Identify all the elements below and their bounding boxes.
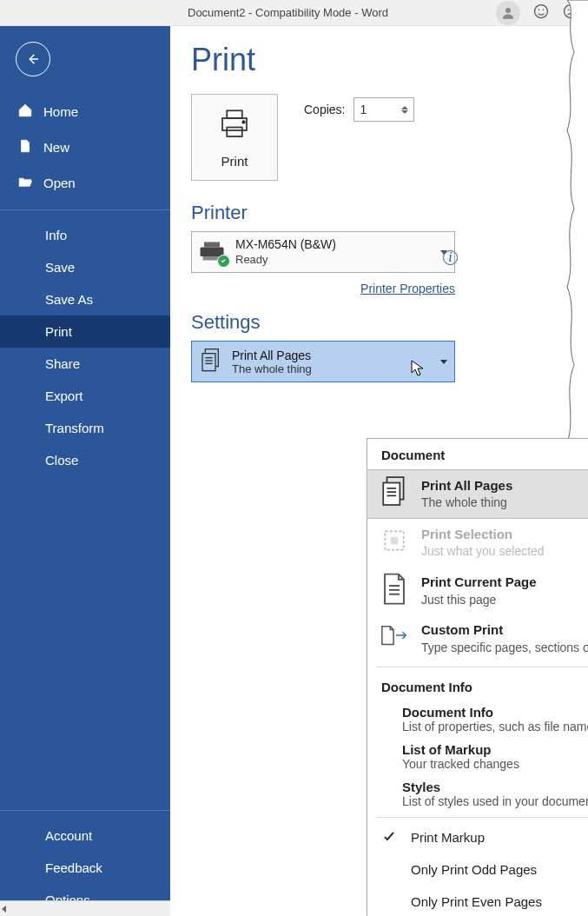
dropdown-item-list-of-markup[interactable]: List of Markup Your tracked changes [367, 739, 588, 776]
dropdown-item-title: Document Info [402, 705, 588, 720]
frown-icon[interactable] [562, 3, 579, 23]
custom-print-icon [380, 621, 409, 651]
chevron-down-icon [440, 360, 447, 364]
document-stack-icon [199, 348, 223, 376]
dropdown-section-document: Document [367, 439, 588, 469]
dropdown-item-title: Print Current Page [421, 574, 537, 591]
settings-selected-title: Print All Pages [232, 348, 312, 362]
copies-stepper[interactable]: 1 [353, 97, 414, 122]
svg-point-5 [568, 10, 570, 11]
print-page: Print Print Copies: [170, 26, 588, 916]
sidebar-item-close[interactable]: Close [0, 444, 170, 476]
dropdown-item-sub: Your tracked changes [402, 757, 588, 771]
sidebar-item-export[interactable]: Export [0, 380, 170, 412]
dropdown-item-sub: List of styles used in your document [402, 794, 588, 808]
user-avatar-icon[interactable] [496, 1, 520, 25]
print-what-dropdown: Document Print All Pages The whole thing [367, 438, 588, 916]
printer-info-icon[interactable]: i [443, 250, 458, 265]
dropdown-toggle-print-markup[interactable]: Print Markup [367, 821, 588, 853]
sidebar-item-label: Share [45, 356, 80, 371]
cursor-icon [411, 360, 425, 380]
sidebar-item-label: Feedback [45, 860, 102, 875]
dropdown-item-sub: The whole thing [421, 495, 512, 511]
dropdown-toggle-label: Print Markup [411, 830, 485, 845]
dropdown-item-title: List of Markup [402, 742, 588, 757]
svg-point-10 [242, 121, 245, 123]
sidebar-item-new[interactable]: New [0, 129, 170, 165]
dropdown-item-print-selection: Print Selection Just what you selected [367, 519, 588, 567]
horizontal-scrollbar[interactable] [0, 900, 170, 916]
status-ok-icon [217, 255, 230, 268]
dropdown-item-title: Print Selection [421, 526, 545, 543]
svg-rect-7 [227, 110, 242, 118]
svg-rect-8 [222, 118, 247, 130]
dropdown-item-sub: Just what you selected [421, 543, 545, 560]
back-button[interactable] [16, 42, 50, 76]
sidebar-item-label: Account [45, 828, 92, 843]
dropdown-toggle-label: Only Print Odd Pages [411, 862, 537, 877]
document-stack-icon [380, 477, 409, 507]
sidebar-item-label: Info [45, 228, 67, 242]
sidebar-item-print[interactable]: Print [0, 315, 170, 348]
dropdown-item-print-current-page[interactable]: Print Current Page Just this page [367, 567, 588, 614]
dropdown-item-title: Custom Print [421, 621, 588, 639]
svg-point-6 [572, 10, 574, 11]
sidebar-item-label: Home [43, 104, 78, 119]
sidebar-item-info[interactable]: Info [0, 219, 170, 251]
sidebar-item-label: Open [43, 176, 76, 190]
svg-point-2 [538, 10, 540, 11]
printer-section-title: Printer [191, 202, 588, 224]
printer-device-icon [199, 240, 227, 264]
print-what-select[interactable]: Print All Pages The whole thing [191, 341, 455, 382]
settings-selected-sub: The whole thing [232, 362, 312, 375]
svg-rect-20 [383, 482, 400, 505]
print-button-label: Print [221, 154, 248, 169]
sidebar-item-label: Transform [45, 421, 104, 435]
dropdown-item-title: Styles [402, 780, 588, 794]
svg-point-1 [535, 5, 548, 18]
sidebar-item-save[interactable]: Save [0, 251, 170, 283]
dropdown-item-print-all-pages[interactable]: Print All Pages The whole thing [367, 469, 588, 519]
printer-icon [216, 106, 253, 145]
spinner-icon [401, 106, 408, 114]
dropdown-item-title: Print All Pages [421, 477, 512, 495]
dropdown-toggle-even-pages[interactable]: Only Print Even Pages [367, 886, 588, 916]
folder-open-icon [17, 174, 33, 192]
dropdown-item-styles[interactable]: Styles List of styles used in your docum… [367, 776, 588, 813]
settings-section-title: Settings [191, 311, 588, 334]
svg-point-4 [565, 5, 578, 18]
backstage-sidebar: Home New Open Info Save Save As Print Sh… [0, 26, 170, 916]
sidebar-item-label: Print [45, 324, 72, 339]
sidebar-item-home[interactable]: Home [0, 94, 170, 129]
sidebar-item-account[interactable]: Account [0, 820, 170, 852]
printer-status: Ready [235, 253, 336, 268]
file-icon [17, 138, 33, 156]
svg-rect-25 [391, 537, 399, 545]
svg-point-3 [543, 10, 545, 11]
sidebar-item-save-as[interactable]: Save As [0, 283, 170, 315]
sidebar-item-share[interactable]: Share [0, 348, 170, 380]
dropdown-item-custom-print[interactable]: Custom Print Type specific pages, sectio… [367, 614, 588, 662]
selection-icon [380, 526, 409, 555]
dropdown-toggle-label: Only Print Even Pages [411, 894, 542, 909]
sidebar-item-label: New [43, 140, 69, 155]
page-icon [380, 574, 409, 603]
titlebar: Document2 - Compatibility Mode - Word [0, 0, 588, 26]
check-icon [380, 831, 399, 843]
printer-select[interactable]: MX-M654N (B&W) Ready [191, 231, 455, 273]
dropdown-item-sub: List of properties, such as file name, a… [402, 720, 588, 733]
dropdown-section-document-info: Document Info [367, 671, 588, 701]
sidebar-item-label: Save [45, 260, 75, 275]
dropdown-toggle-odd-pages[interactable]: Only Print Odd Pages [367, 853, 588, 886]
printer-name: MX-M654N (B&W) [235, 236, 336, 252]
home-icon [17, 103, 33, 121]
sidebar-item-transform[interactable]: Transform [0, 412, 170, 444]
printer-properties-link[interactable]: Printer Properties [191, 282, 455, 295]
sidebar-item-open[interactable]: Open [0, 165, 170, 201]
sidebar-item-feedback[interactable]: Feedback [0, 852, 170, 884]
print-button[interactable]: Print [191, 94, 278, 181]
copies-label: Copies: [304, 103, 345, 116]
sidebar-item-label: Save As [45, 292, 93, 307]
dropdown-item-document-info[interactable]: Document Info List of properties, such a… [367, 701, 588, 739]
smile-icon[interactable] [532, 3, 550, 23]
